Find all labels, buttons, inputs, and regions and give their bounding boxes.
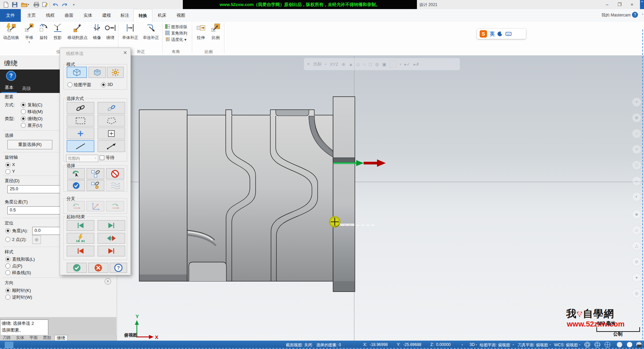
redo-icon[interactable] [60,1,68,8]
select-all-icon[interactable]: ▣ [382,62,386,67]
tab-planes[interactable]: 平面 [28,335,40,341]
quick-button[interactable]: ≈ [632,145,641,154]
repaint-icon[interactable]: ◎ [375,62,379,67]
radio-3d[interactable] [101,82,106,87]
selection-toolbar[interactable]: ⌖ 光标 ▾ XYZ ⊕ ▲ ◇ ○ □ ◎ ▣ ▾ ▸✓ ▸✗ [304,58,460,70]
area-select-button[interactable] [67,128,94,139]
tab-home[interactable]: 主页 [22,9,41,22]
translate-button[interactable]: 平移▾ [22,23,36,44]
dialog-close-icon[interactable]: ✕ [123,50,127,55]
radio-axis-x[interactable] [5,162,10,167]
chevron-down-icon[interactable]: ▾ [476,343,477,346]
chain-select-button[interactable] [67,102,94,114]
sogou-logo-icon[interactable]: S [480,30,487,38]
line-select-button[interactable] [67,140,94,152]
radio-point[interactable] [5,263,10,268]
rectangular-array-button[interactable]: 直角阵列 [165,31,187,37]
clear-select-icon[interactable]: ▸✗ [414,62,419,67]
ok-button[interactable] [67,263,87,273]
radio-axis-y[interactable] [5,169,10,174]
branch-previous-button[interactable] [67,201,85,211]
start-point-back-button[interactable] [67,220,94,231]
collapse-ribbon-icon[interactable]: ^ [642,13,643,16]
keyboard-icon[interactable] [505,32,512,36]
help-icon[interactable]: ? [632,12,638,18]
tplane-status[interactable]: 刀具平面: 俯视图 [518,342,548,348]
quick-button[interactable]: ● [632,273,641,282]
quick-button[interactable]: ◎ [632,289,641,298]
tab-toolpaths[interactable]: 刀路 [1,335,13,341]
minimize-button[interactable]: – [602,1,612,8]
radio-unwrap[interactable] [21,123,26,128]
offset-chain-button[interactable]: 串连补正 [141,23,161,41]
quick-button[interactable]: ◇ [632,226,641,235]
nesting-button[interactable]: 图形排版 [165,24,187,30]
stretch-fit-button[interactable]: 适度化 ▾ [165,37,186,43]
rotate-button[interactable]: 旋转 [37,23,50,41]
xyz-entry[interactable]: XYZ [330,62,338,67]
tab-file[interactable]: 文件 [0,9,21,22]
polygon-select-button[interactable] [98,115,125,127]
stretch-button[interactable]: 拉伸 [194,23,208,41]
window-select-button[interactable] [67,115,94,127]
quick-button[interactable]: △ [632,241,641,251]
chain-entities-button[interactable] [87,168,104,179]
restore-button[interactable]: ❐ [614,1,625,8]
wait-checkbox[interactable] [100,155,104,160]
radio-spline[interactable] [5,270,10,275]
my-mastercam-link[interactable]: 我的 Mastercam [601,12,631,18]
select-arrow-icon[interactable]: ▲ [349,62,353,67]
tab-levels[interactable]: 层别 [41,335,53,341]
chevron-down-icon[interactable]: ▾ [549,343,551,346]
chevron-down-icon[interactable]: ▾ [462,343,463,346]
chevron-down-icon[interactable]: ▾ [513,343,514,346]
start-back-red-button[interactable] [67,246,94,256]
unselect-last-button[interactable] [67,168,85,179]
wrap-button[interactable]: 缠绕 [104,23,117,41]
mirror-button[interactable]: 镜像 [91,23,103,41]
zoom-icon[interactable]: □ [369,62,372,67]
radio-cplane[interactable] [67,82,72,87]
reverse-chain-button[interactable] [98,233,125,244]
chain-options-button[interactable] [87,180,104,191]
part-model[interactable] [139,97,355,292]
new-file-icon[interactable] [2,1,10,8]
pan-icon[interactable]: ○ [363,62,366,67]
tab-machine[interactable]: 机床 [153,9,171,22]
tab-basic[interactable]: 基本 [1,83,17,93]
reselect-button[interactable]: 重新选择(R) [7,140,52,149]
quick-button[interactable]: ⊘ [632,257,641,266]
save-as-icon[interactable] [41,1,49,8]
tab-wireframe[interactable]: 线框 [41,9,60,22]
quick-button[interactable]: ■ [632,210,641,219]
two-point-picker-icon[interactable]: ⊕ [32,235,41,244]
window-select-icon[interactable] [390,61,396,67]
radio-copy[interactable] [21,102,26,107]
close-button[interactable]: × [627,1,637,8]
radio-wrap[interactable] [21,116,26,121]
radio-two-point[interactable] [5,237,10,242]
move-to-origin-button[interactable]: 移动到原点 [65,23,90,41]
tab-solids[interactable]: 实体 [78,9,97,22]
wireframe-chaining-dialog[interactable]: 线框串连 ✕ 模式 绘图平面 3D 选择方式 [60,48,131,275]
tab-transform[interactable]: 转换 [133,9,152,22]
validate-select-icon[interactable]: ▸✓ [405,62,410,67]
tab-view[interactable]: 视图 [172,9,190,22]
tab-drafting[interactable]: 标注 [116,9,133,22]
status-display-icons[interactable] [584,342,642,348]
vector-select-button[interactable] [98,140,125,152]
quick-button[interactable]: ◐ [632,192,641,201]
dialog-help-button[interactable]: ? [110,263,127,273]
tab-model-prep[interactable]: 建模 [97,9,116,22]
quick-button[interactable]: ○ [632,129,641,138]
graphics-viewport[interactable]: Y X [117,55,644,341]
partial-chain-button[interactable] [98,102,125,114]
cplane-status[interactable]: 绘图平面: 俯视图 [480,342,510,348]
auto-cursor-icon[interactable]: ⌖ [307,61,310,67]
solid-mode-button[interactable] [89,67,106,78]
branch-options-button[interactable] [87,201,104,211]
end-point-forward-button[interactable] [98,220,125,231]
radio-clockwise[interactable] [5,288,10,293]
quick-button[interactable]: ⊕ [632,113,641,122]
print-icon[interactable] [32,1,40,8]
